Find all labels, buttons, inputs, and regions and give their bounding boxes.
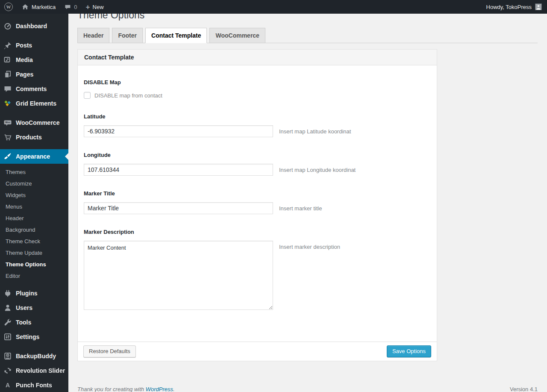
tab-header[interactable]: Header <box>77 28 109 43</box>
sidebar-item-punch-fonts[interactable]: A Punch Fonts <box>0 378 68 392</box>
disable-map-label: DISABLE Map <box>84 79 431 85</box>
sidebar-item-revolution-slider[interactable]: Revolution Slider <box>0 363 68 378</box>
cart-icon <box>3 133 12 141</box>
sidebar-item-grid-elements[interactable]: Grid Elements <box>0 96 68 111</box>
sidebar-item-settings[interactable]: Settings <box>0 330 68 344</box>
submenu-item-theme-options[interactable]: Theme Options <box>0 259 68 270</box>
submenu-item-theme-update[interactable]: Theme Update <box>0 247 68 259</box>
menu-separator <box>0 144 68 149</box>
longitude-input[interactable] <box>84 164 273 176</box>
comments-icon <box>3 85 12 93</box>
sidebar-item-posts[interactable]: Posts <box>0 38 68 53</box>
admin-sidebar-menu: Dashboard Posts Media Pages Comments Gri… <box>0 14 68 392</box>
rotate-arrows-icon <box>3 366 12 375</box>
user-icon <box>3 304 12 312</box>
marker-description-control: Marker Content Insert marker description <box>84 241 431 310</box>
sidebar-item-label: Grid Elements <box>16 100 56 107</box>
sidebar-item-label: Settings <box>16 333 39 340</box>
panel-body: DISABLE Map DISABLE map from contact Lat… <box>78 65 437 342</box>
marker-title-input[interactable] <box>84 202 273 214</box>
marker-title-group: Marker Title Insert marker title <box>84 190 431 214</box>
tab-contact-template[interactable]: Contact Template <box>145 28 207 43</box>
thanks-prefix: Thank you for creating with <box>77 386 146 392</box>
latitude-input[interactable] <box>84 125 273 137</box>
sidebar-item-comments[interactable]: Comments <box>0 82 68 96</box>
sidebar-item-plugins[interactable]: Plugins <box>0 286 68 301</box>
comment-bubble-icon <box>64 3 71 11</box>
wordpress-menu-button[interactable]: W <box>0 0 17 14</box>
save-options-button[interactable]: Save Options <box>387 345 431 357</box>
marker-title-label: Marker Title <box>84 190 431 197</box>
letter-a-icon: A <box>3 381 12 389</box>
plugin-icon <box>3 289 12 298</box>
disable-map-checkbox-label: DISABLE map from contact <box>94 92 162 99</box>
panel-title: Contact Template <box>78 50 437 65</box>
sidebar-item-dashboard[interactable]: Dashboard <box>0 19 68 33</box>
menu-separator <box>0 344 68 349</box>
submenu-item-background[interactable]: Background <box>0 224 68 236</box>
tab-bar: Header Footer Contact Template WooCommer… <box>77 28 538 43</box>
plus-icon: + <box>86 3 90 11</box>
sidebar-item-tools[interactable]: Tools <box>0 315 68 330</box>
submenu-item-widgets[interactable]: Widgets <box>0 189 68 201</box>
sidebar-item-label: Products <box>16 134 42 141</box>
tab-footer[interactable]: Footer <box>112 28 143 43</box>
submenu-item-editor[interactable]: Editor <box>0 270 68 282</box>
disable-map-checkbox-row[interactable]: DISABLE map from contact <box>84 92 431 99</box>
site-link[interactable]: Marketica <box>17 0 60 14</box>
submenu-item-customize[interactable]: Customize <box>0 178 68 189</box>
tab-woocommerce[interactable]: WooCommerce <box>209 28 265 43</box>
sidebar-item-label: Comments <box>16 85 47 92</box>
latitude-label: Latitude <box>84 113 431 120</box>
sidebar-item-label: Appearance <box>16 153 50 160</box>
new-label: New <box>93 4 104 10</box>
contact-template-panel: Contact Template DISABLE Map DISABLE map… <box>77 49 437 361</box>
marker-description-help-text: Insert marker description <box>279 244 340 250</box>
main-content: Theme Options Header Footer Contact Temp… <box>68 0 547 392</box>
media-icon <box>3 56 12 64</box>
page-footer: Thank you for creating with WordPress. V… <box>77 386 538 392</box>
submenu-item-menus[interactable]: Menus <box>0 201 68 212</box>
sidebar-item-appearance[interactable]: Appearance <box>0 149 68 164</box>
longitude-help-text: Insert map Longitude koordinat <box>279 167 356 173</box>
new-content-button[interactable]: + New <box>82 0 108 14</box>
grid-elements-icon <box>3 99 12 108</box>
sidebar-item-label: Plugins <box>16 290 38 297</box>
latitude-help-text: Insert map Latitude koordinat <box>279 128 351 135</box>
appearance-submenu: Themes Customize Widgets Menus Header Ba… <box>0 164 68 286</box>
longitude-group: Longitude Insert map Longitude koordinat <box>84 152 431 176</box>
panel-footer: Restore Defaults Save Options <box>78 342 437 361</box>
svg-text:Woo: Woo <box>5 121 10 124</box>
sidebar-item-pages[interactable]: Pages <box>0 67 68 82</box>
wordpress-logo-icon: W <box>4 3 13 11</box>
sidebar-item-users[interactable]: Users <box>0 301 68 315</box>
admin-bar-right: Howdy, TokoPress <box>486 0 547 14</box>
sidebar-item-label: Posts <box>16 42 32 49</box>
submenu-item-theme-check[interactable]: Theme Check <box>0 236 68 247</box>
disable-map-group: DISABLE Map DISABLE map from contact <box>84 79 431 99</box>
current-menu-arrow <box>62 153 68 160</box>
sidebar-item-woocommerce[interactable]: Woo WooCommerce <box>0 115 68 130</box>
sidebar-item-label: Revolution Slider <box>16 367 65 374</box>
backup-drive-icon <box>3 352 12 360</box>
sidebar-item-media[interactable]: Media <box>0 53 68 67</box>
sidebar-item-label: Punch Fonts <box>16 382 52 389</box>
longitude-label: Longitude <box>84 152 431 158</box>
submenu-item-header[interactable]: Header <box>0 212 68 224</box>
admin-bar-left: W Marketica 0 + New <box>0 0 108 14</box>
submenu-item-themes[interactable]: Themes <box>0 166 68 178</box>
disable-map-checkbox[interactable] <box>84 92 91 99</box>
latitude-control: Insert map Latitude koordinat <box>84 125 431 137</box>
sidebar-item-products[interactable]: Products <box>0 130 68 144</box>
wordpress-link[interactable]: WordPress <box>146 386 173 392</box>
site-name: Marketica <box>32 4 56 10</box>
howdy-account-link[interactable]: Howdy, TokoPress <box>486 4 532 10</box>
footer-thanks-text: Thank you for creating with WordPress. <box>77 386 175 392</box>
user-avatar[interactable] <box>535 3 542 10</box>
comments-shortcut[interactable]: 0 <box>60 0 81 14</box>
marker-description-textarea[interactable]: Marker Content <box>84 241 273 310</box>
pushpin-icon <box>3 41 12 50</box>
restore-defaults-button[interactable]: Restore Defaults <box>83 345 136 357</box>
sidebar-item-backupbuddy[interactable]: BackupBuddy <box>0 349 68 363</box>
thanks-suffix: . <box>173 386 175 392</box>
